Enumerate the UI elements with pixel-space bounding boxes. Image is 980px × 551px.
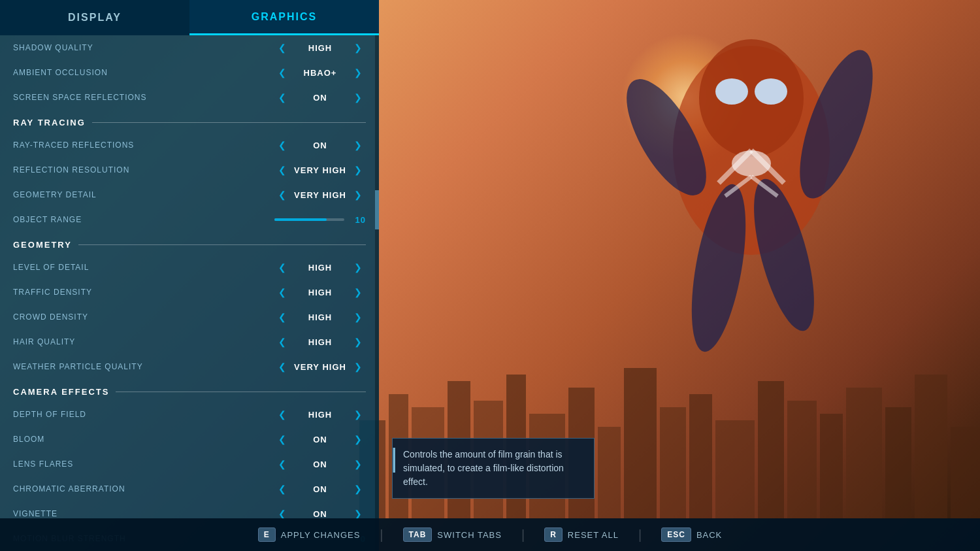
sep2: | (521, 527, 525, 543)
crowd-next[interactable]: ❯ (351, 312, 365, 322)
reflection-resolution-row[interactable]: REFLECTION RESOLUTION ❮ VERY HIGH ❯ (7, 158, 372, 182)
switch-tabs-action[interactable]: TAB SWITCH TABS (403, 527, 502, 542)
geometry-line (78, 244, 366, 245)
tooltip-text: Controls the amount of film grain that i… (403, 449, 564, 487)
shadow-quality-row[interactable]: SHADOW QUALITY ❮ HIGH ❯ (7, 35, 372, 60)
ray-tracing-header: RAY TRACING (7, 110, 372, 133)
ssr-prev[interactable]: ❮ (276, 92, 289, 103)
traffic-prev[interactable]: ❮ (276, 287, 289, 297)
ray-traced-reflections-row[interactable]: RAY-TRACED REFLECTIONS ❮ ON ❯ (7, 133, 372, 158)
chroma-next[interactable]: ❯ (351, 484, 365, 494)
tab-display[interactable]: DISPLAY (0, 0, 189, 35)
dof-prev[interactable]: ❮ (276, 409, 289, 420)
svg-point-32 (755, 78, 787, 105)
hair-prev[interactable]: ❮ (276, 337, 289, 347)
traffic-label: TRAFFIC DENSITY (13, 288, 274, 297)
lod-value: HIGH (294, 263, 346, 273)
geom-detail-next[interactable]: ❯ (351, 190, 365, 200)
rtr-prev[interactable]: ❮ (276, 140, 289, 150)
shadow-quality-prev[interactable]: ❮ (276, 42, 289, 53)
vignette-prev[interactable]: ❮ (276, 509, 289, 519)
bloom-row[interactable]: BLOOM ❮ ON ❯ (7, 427, 372, 452)
apply-action[interactable]: E APPLY CHANGES (258, 527, 361, 542)
refl-res-next[interactable]: ❯ (351, 165, 365, 175)
hair-next[interactable]: ❯ (351, 337, 365, 347)
ao-prev[interactable]: ❮ (276, 67, 289, 78)
rtr-next[interactable]: ❯ (351, 140, 365, 150)
dof-label: DEPTH OF FIELD (13, 410, 274, 419)
chromatic-aberration-row[interactable]: CHROMATIC ABERRATION ❮ ON ❯ (7, 476, 372, 501)
dof-value: HIGH (294, 410, 346, 420)
traffic-next[interactable]: ❯ (351, 287, 365, 297)
bloom-control: ❮ ON ❯ (274, 434, 366, 444)
ssr-row[interactable]: SCREEN SPACE REFLECTIONS ❮ ON ❯ (7, 85, 372, 110)
weather-prev[interactable]: ❮ (276, 361, 289, 372)
hair-quality-row[interactable]: HAIR QUALITY ❮ HIGH ❯ (7, 329, 372, 354)
reset-action[interactable]: R RESET ALL (544, 527, 619, 542)
ssr-label: SCREEN SPACE REFLECTIONS (13, 93, 274, 102)
hair-label: HAIR QUALITY (13, 337, 274, 346)
dof-next[interactable]: ❯ (351, 409, 365, 420)
reset-label: RESET ALL (568, 530, 619, 540)
switch-label: SWITCH TABS (437, 530, 502, 540)
chroma-prev[interactable]: ❮ (276, 484, 289, 494)
crowd-value: HIGH (294, 312, 346, 322)
lod-next[interactable]: ❯ (351, 262, 365, 273)
shadow-quality-next[interactable]: ❯ (351, 42, 365, 53)
shadow-quality-label: SHADOW QUALITY (13, 43, 274, 52)
shadow-quality-value: HIGH (294, 43, 346, 53)
svg-rect-18 (915, 375, 947, 518)
chroma-value: ON (294, 484, 346, 494)
lens-flares-row[interactable]: LENS FLARES ❮ ON ❯ (7, 452, 372, 476)
traffic-density-row[interactable]: TRAFFIC DENSITY ❮ HIGH ❯ (7, 280, 372, 305)
sep3: | (638, 527, 642, 543)
lens-flares-prev[interactable]: ❮ (276, 459, 289, 469)
tooltip-bracket: | (391, 445, 397, 471)
refl-res-prev[interactable]: ❮ (276, 165, 289, 175)
weather-particle-row[interactable]: WEATHER PARTICLE QUALITY ❮ VERY HIGH ❯ (7, 354, 372, 379)
scrollbar[interactable] (375, 35, 379, 551)
weather-next[interactable]: ❯ (351, 361, 365, 372)
depth-of-field-row[interactable]: DEPTH OF FIELD ❮ HIGH ❯ (7, 402, 372, 427)
ssr-next[interactable]: ❯ (351, 92, 365, 103)
bloom-next[interactable]: ❯ (351, 434, 365, 444)
ao-next[interactable]: ❯ (351, 67, 365, 78)
lens-flares-value: ON (294, 459, 346, 469)
object-range-control: 10 (274, 215, 366, 225)
bottom-bar: E APPLY CHANGES | TAB SWITCH TABS | R RE… (0, 518, 980, 551)
scroll-thumb (375, 190, 379, 229)
crowd-density-row[interactable]: CROWD DENSITY ❮ HIGH ❯ (7, 305, 372, 329)
reset-key: R (544, 527, 563, 542)
level-of-detail-row[interactable]: LEVEL OF DETAIL ❮ HIGH ❯ (7, 255, 372, 280)
lens-flares-next[interactable]: ❯ (351, 459, 365, 469)
shadow-quality-control: ❮ HIGH ❯ (274, 42, 366, 53)
tab-graphics[interactable]: GRAPHICS (189, 0, 379, 35)
lod-prev[interactable]: ❮ (276, 262, 289, 273)
bloom-prev[interactable]: ❮ (276, 434, 289, 444)
geometry-section: GEOMETRY LEVEL OF DETAIL ❮ HIGH ❯ TRAFFI… (7, 232, 372, 379)
geom-detail-label: GEOMETRY DETAIL (13, 190, 274, 199)
refl-res-label: REFLECTION RESOLUTION (13, 165, 274, 175)
svg-rect-19 (951, 427, 980, 518)
camera-effects-header: CAMERA EFFECTS (7, 379, 372, 402)
geom-detail-prev[interactable]: ❮ (276, 190, 289, 200)
vignette-control: ❮ ON ❯ (274, 509, 366, 519)
lens-flares-label: LENS FLARES (13, 459, 274, 469)
geometry-detail-row[interactable]: GEOMETRY DETAIL ❮ VERY HIGH ❯ (7, 182, 372, 207)
vignette-label: VIGNETTE (13, 509, 274, 518)
bloom-value: ON (294, 435, 346, 444)
switch-key: TAB (403, 527, 433, 542)
vignette-next[interactable]: ❯ (351, 509, 365, 519)
object-range-fill (274, 218, 327, 221)
ambient-occlusion-row[interactable]: AMBIENT OCCLUSION ❮ HBAO+ ❯ (7, 60, 372, 85)
lod-control: ❮ HIGH ❯ (274, 262, 366, 273)
apply-key: E (258, 527, 276, 542)
crowd-prev[interactable]: ❮ (276, 312, 289, 322)
spiderman-silhouette (588, 20, 915, 464)
dof-control: ❮ HIGH ❯ (274, 409, 366, 420)
object-range-value: 10 (350, 215, 366, 225)
object-range-slider[interactable] (274, 218, 344, 221)
back-action[interactable]: ESC BACK (661, 527, 722, 542)
ssr-control: ❮ ON ❯ (274, 92, 366, 103)
object-range-row[interactable]: OBJECT RANGE 10 (7, 207, 372, 232)
